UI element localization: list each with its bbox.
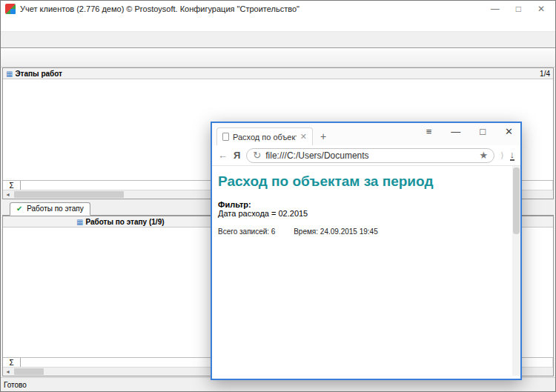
stages-panel-header: ▦ Этапы работ 1/4 xyxy=(3,68,553,79)
minimize-button[interactable]: — xyxy=(491,4,500,14)
works-panel-title: Работы по этапу (1/9) xyxy=(85,218,164,226)
app-logo-icon xyxy=(5,4,16,14)
browser-tab-title: Расход по объектам з xyxy=(233,133,297,142)
check-icon: ✔ xyxy=(16,205,22,213)
report-filter-label: Фильтр: xyxy=(218,200,509,209)
sigma-icon: Σ xyxy=(3,181,21,190)
browser-maximize-button[interactable]: □ xyxy=(480,126,486,137)
table-icon: ▦ xyxy=(76,218,83,226)
browser-minimize-button[interactable]: — xyxy=(451,126,460,137)
scroll-left-icon[interactable]: ◂ xyxy=(3,190,13,199)
browser-window-controls: ≡ — □ ✕ xyxy=(426,126,513,137)
yandex-logo-icon[interactable]: Я xyxy=(234,150,240,161)
sigma-icon: Σ xyxy=(3,358,21,367)
bookmark-star-icon[interactable]: ★ xyxy=(480,150,489,161)
report-record-count: Всего записей: 6 xyxy=(218,227,275,236)
browser-addressbar: ← Я ↻ file:///C:/Users/Documents ★ ⟩ ↓ xyxy=(212,145,520,166)
browser-menu-icon[interactable]: ≡ xyxy=(426,126,432,137)
browser-content: Расход по объектам за период Фильтр: Дат… xyxy=(212,166,520,376)
tab-close-icon[interactable]: ✕ xyxy=(300,132,307,142)
report-footer: Всего записей: 6 Время: 24.09.2015 19:45 xyxy=(218,227,509,236)
maximize-button[interactable]: □ xyxy=(516,4,521,14)
stages-record-counter: 1/4 xyxy=(540,70,550,78)
window-controls: — □ ✕ xyxy=(491,4,545,14)
tabbar xyxy=(1,32,555,48)
scroll-left-icon[interactable]: ◂ xyxy=(3,368,13,376)
url-field[interactable]: ↻ file:///C:/Users/Documents ★ xyxy=(246,148,494,163)
tab-works-by-stage[interactable]: ✔ Работы по этапу xyxy=(10,202,90,216)
table-icon: ▦ xyxy=(6,70,13,78)
chevron-icon: ⟩ xyxy=(500,150,503,160)
window-title: Учет клиентов (2.776 демо) © Prostoysoft… xyxy=(20,4,491,13)
browser-tabstrip: Расход по объектам з ✕ + ≡ — □ ✕ xyxy=(212,123,520,145)
close-button[interactable]: ✕ xyxy=(537,4,545,14)
stages-panel-title: Этапы работ xyxy=(15,70,62,78)
report-title: Расход по объектам за период xyxy=(218,173,509,190)
scroll-thumb[interactable] xyxy=(14,368,44,375)
download-icon[interactable]: ↓ xyxy=(510,150,515,161)
browser-close-button[interactable]: ✕ xyxy=(505,126,513,137)
browser-tab[interactable]: Расход по объектам з ✕ xyxy=(216,127,313,145)
back-icon[interactable]: ← xyxy=(218,150,228,161)
report-time: Время: 24.09.2015 19:45 xyxy=(294,227,378,236)
report-filter-value: Дата расхода = 02.2015 xyxy=(218,209,509,218)
toolbar xyxy=(1,48,555,67)
browser-window: Расход по объектам з ✕ + ≡ — □ ✕ ← Я ↻ f… xyxy=(211,122,522,380)
page-icon xyxy=(222,133,229,141)
app-window: Учет клиентов (2.776 демо) © Prostoysoft… xyxy=(0,0,556,392)
reload-icon[interactable]: ↻ xyxy=(253,150,261,161)
scroll-thumb[interactable] xyxy=(14,191,124,198)
browser-vscrollbar[interactable] xyxy=(512,166,520,376)
status-text: Готово xyxy=(4,381,552,389)
new-tab-button[interactable]: + xyxy=(320,130,326,145)
url-text: file:///C:/Users/Documents xyxy=(265,150,474,161)
scroll-thumb[interactable] xyxy=(513,167,520,234)
menubar xyxy=(1,17,555,32)
titlebar: Учет клиентов (2.776 демо) © Prostoysoft… xyxy=(1,1,555,17)
